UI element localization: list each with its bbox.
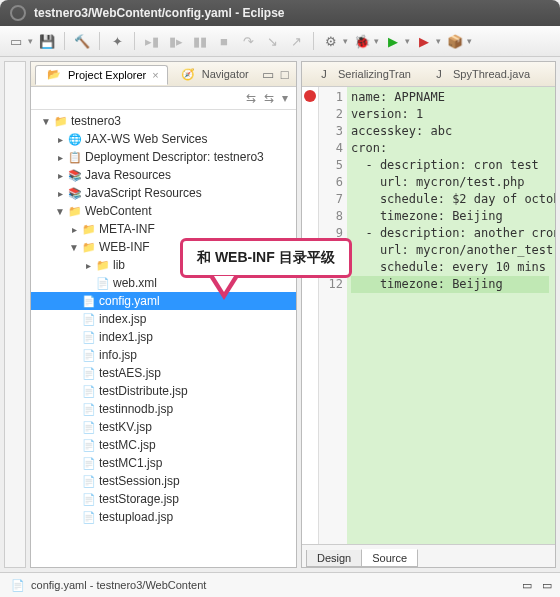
package-icon[interactable]: 📦 [445,31,465,51]
collapse-all-icon[interactable]: ⇆ [246,91,256,105]
debug-stepout-icon[interactable]: ↗ [286,31,306,51]
navigator-icon: 🧭 [181,67,195,81]
project-explorer-pane: 📂 Project Explorer × 🧭 Navigator ▭ □ ⇆ ⇆… [30,61,297,568]
minimize-icon[interactable]: ▭ [261,64,276,84]
tree-file[interactable]: 📄testKV.jsp [31,418,296,436]
run-icon[interactable]: ▶ [383,31,403,51]
tree-metainf[interactable]: ▸📁META-INF [31,220,296,238]
project-tree[interactable]: ▼📁testnero3 ▸🌐JAX-WS Web Services ▸📋Depl… [31,110,296,567]
jsp-file-icon: 📄 [82,402,96,416]
debug-pause-icon[interactable]: ▮▮ [190,31,210,51]
folder-icon: 📁 [82,240,96,254]
tree-file[interactable]: 📄info.jsp [31,346,296,364]
jsp-file-icon: 📄 [82,330,96,344]
tree-deploy-descriptor[interactable]: ▸📋Deployment Descriptor: testnero3 [31,148,296,166]
tree-file[interactable]: 📄testAES.jsp [31,364,296,382]
editor-tab-1[interactable]: JSerializingTran [306,65,419,83]
tree-jaxws[interactable]: ▸🌐JAX-WS Web Services [31,130,296,148]
tree-file[interactable]: 📄testDistribute.jsp [31,382,296,400]
external-tools-icon[interactable]: ▶ [414,31,434,51]
marker-bar [302,87,319,544]
folder-icon: 📁 [96,258,110,272]
js-icon: 📚 [68,186,82,200]
window-titlebar: testnero3/WebContent/config.yaml - Eclip… [0,0,560,26]
java-file-icon: J [317,67,331,81]
main-toolbar: ▭▾ 💾 🔨 ✦ ▸▮ ▮▸ ▮▮ ■ ↷ ↘ ↗ ⚙▾ 🐞▾ ▶▾ ▶▾ 📦▾ [0,26,560,57]
maximize-icon[interactable]: □ [277,64,292,84]
project-explorer-icon: 📂 [47,68,61,82]
editor-tab-2[interactable]: JSpyThread.java [421,65,538,83]
server-icon[interactable]: ⚙ [321,31,341,51]
tree-file[interactable]: 📄testMC.jsp [31,436,296,454]
java-file-icon: J [551,67,556,81]
status-icon[interactable]: ▭ [522,579,532,592]
folder-icon: 📁 [68,204,82,218]
folder-icon: 📁 [82,222,96,236]
jsp-file-icon: 📄 [82,456,96,470]
code-area[interactable]: name: APPNAMEversion: 1accesskey: abccro… [347,87,555,544]
annotation-callout: 和 WEB-INF 目录平级 [180,238,352,300]
jsp-file-icon: 📄 [82,348,96,362]
tab-design[interactable]: Design [306,550,362,567]
jsp-file-icon: 📄 [82,366,96,380]
yaml-file-icon: 📄 [82,294,96,308]
tab-label: Project Explorer [68,69,146,81]
jsp-file-icon: 📄 [82,492,96,506]
view-menu-icon[interactable]: ▾ [282,91,288,105]
tab-source[interactable]: Source [361,549,418,567]
xml-file-icon: 📄 [96,276,110,290]
tree-js-resources[interactable]: ▸📚JavaScript Resources [31,184,296,202]
tree-file[interactable]: 📄testStorage.jsp [31,490,296,508]
yaml-file-icon: 📄 [11,578,25,592]
line-gutter: 123456789101112 [319,87,347,544]
java-file-icon: J [432,67,446,81]
left-trim [4,61,26,568]
editor-tab-3[interactable]: JOp [540,65,556,83]
jsp-file-icon: 📄 [82,384,96,398]
descriptor-icon: 📋 [68,150,82,164]
tree-java-resources[interactable]: ▸📚Java Resources [31,166,296,184]
wand-icon[interactable]: ✦ [107,31,127,51]
tab-label: Navigator [202,68,249,80]
jsp-file-icon: 📄 [82,420,96,434]
status-path: config.yaml - testnero3/WebContent [31,579,206,591]
debug-stepinto-icon[interactable]: ↘ [262,31,282,51]
project-icon: 📁 [54,114,68,128]
tree-project-root[interactable]: ▼📁testnero3 [31,112,296,130]
debug-stop-icon[interactable]: ■ [214,31,234,51]
status-bar: 📄 config.yaml - testnero3/WebContent ▭ ▭ [0,572,560,597]
tree-file[interactable]: 📄index1.jsp [31,328,296,346]
status-icon[interactable]: ▭ [542,579,552,592]
tree-file[interactable]: 📄testSession.jsp [31,472,296,490]
hammer-icon[interactable]: 🔨 [72,31,92,51]
tree-file[interactable]: 📄testMC1.jsp [31,454,296,472]
tree-file[interactable]: 📄testupload.jsp [31,508,296,526]
tree-file[interactable]: 📄testinnodb.jsp [31,400,296,418]
callout-text: 和 WEB-INF 目录平级 [197,249,335,265]
close-icon[interactable]: × [152,69,158,81]
tab-navigator[interactable]: 🧭 Navigator [170,65,257,83]
code-editor[interactable]: 123456789101112 name: APPNAMEversion: 1a… [302,87,555,544]
jsp-file-icon: 📄 [82,474,96,488]
jsp-file-icon: 📄 [82,438,96,452]
tab-project-explorer[interactable]: 📂 Project Explorer × [35,65,168,85]
editor-pane: JSerializingTran JSpyThread.java JOp 123… [301,61,556,568]
java-icon: 📚 [68,168,82,182]
link-editor-icon[interactable]: ⇆ [264,91,274,105]
new-icon[interactable]: ▭ [6,31,26,51]
jsp-file-icon: 📄 [82,312,96,326]
bug-icon[interactable]: 🐞 [352,31,372,51]
debug-resume-icon[interactable]: ▮▸ [166,31,186,51]
tree-webcontent[interactable]: ▼📁WebContent [31,202,296,220]
tree-file[interactable]: 📄index.jsp [31,310,296,328]
window-title: testnero3/WebContent/config.yaml - Eclip… [34,6,285,20]
debug-skip-icon[interactable]: ▸▮ [142,31,162,51]
error-marker-icon[interactable] [304,90,316,102]
debug-stepover-icon[interactable]: ↷ [238,31,258,51]
jsp-file-icon: 📄 [82,510,96,524]
globe-icon: 🌐 [68,132,82,146]
save-icon[interactable]: 💾 [37,31,57,51]
